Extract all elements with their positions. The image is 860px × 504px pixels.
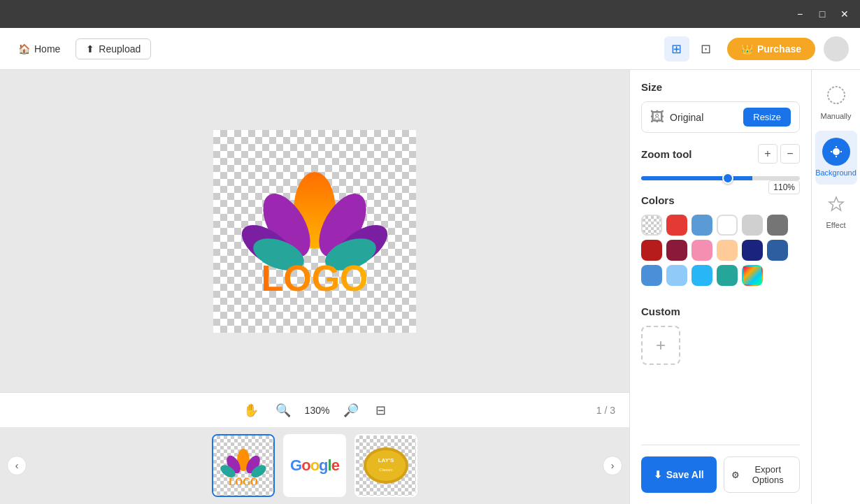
zoom-section-title: Zoom tool bbox=[641, 148, 691, 160]
avatar bbox=[824, 36, 849, 62]
reupload-label: Reupload bbox=[99, 43, 141, 55]
page-indicator: 1 / 3 bbox=[596, 405, 615, 416]
color-blue[interactable] bbox=[691, 215, 712, 236]
zoom-minus-button[interactable]: − bbox=[780, 144, 800, 164]
thumb-3-content: LAY'S Classic bbox=[356, 435, 416, 496]
minimize-button[interactable]: − bbox=[790, 4, 810, 24]
zoom-percentage: 130% bbox=[305, 405, 330, 416]
google-logo-text: Google bbox=[290, 456, 339, 475]
purchase-button[interactable]: 👑 Purchase bbox=[727, 38, 815, 60]
settings-icon: ⚙ bbox=[731, 470, 740, 480]
upload-icon: ⬆ bbox=[86, 43, 94, 55]
close-button[interactable]: ✕ bbox=[835, 4, 854, 24]
svg-text:LOGO: LOGO bbox=[261, 258, 368, 298]
effect-svg bbox=[826, 194, 846, 214]
apps-view-button[interactable]: ⊡ bbox=[694, 36, 719, 62]
thumb-next-button[interactable]: › bbox=[603, 456, 622, 475]
download-icon: ⬇ bbox=[654, 469, 662, 480]
image-icon: 🖼 bbox=[650, 109, 664, 125]
color-cyan[interactable] bbox=[691, 265, 712, 286]
zoom-controls: + − bbox=[758, 144, 800, 164]
zoom-header: Zoom tool + − bbox=[641, 144, 800, 164]
color-dark-rose[interactable] bbox=[666, 240, 687, 261]
topbar: 🏠 Home ⬆ Reupload ⊞ ⊡ 👑 Purchase bbox=[0, 28, 860, 70]
topbar-right: ⊞ ⊡ 👑 Purchase bbox=[664, 36, 849, 62]
fit-page-button[interactable]: ⊟ bbox=[373, 400, 389, 421]
export-options-button[interactable]: ⚙ Export Options bbox=[724, 456, 801, 493]
thumb-1-content: LOGO bbox=[213, 435, 273, 496]
purchase-label: Purchase bbox=[757, 43, 801, 55]
thumbnail-1[interactable]: LOGO bbox=[212, 434, 275, 497]
thumb-1-svg: LOGO bbox=[215, 438, 271, 494]
zoom-plus-button[interactable]: + bbox=[758, 144, 777, 164]
app-layout: 🏠 Home ⬆ Reupload ⊞ ⊡ 👑 Purchase bbox=[0, 28, 860, 504]
custom-section: Custom + bbox=[641, 305, 800, 365]
color-gray-dark[interactable] bbox=[767, 215, 788, 236]
svg-text:LOGO: LOGO bbox=[229, 477, 258, 487]
zoom-in-button[interactable]: 🔎 bbox=[341, 400, 361, 421]
colors-section: Colors bbox=[641, 194, 800, 294]
effect-label: Effect bbox=[826, 221, 846, 230]
color-pink[interactable] bbox=[691, 240, 712, 261]
color-peach[interactable] bbox=[717, 240, 738, 261]
resize-button[interactable]: Resize bbox=[743, 108, 791, 127]
grid-view-button[interactable]: ⊞ bbox=[664, 36, 689, 62]
manually-svg bbox=[826, 85, 846, 105]
size-original-label: Original bbox=[670, 112, 738, 123]
home-icon: 🏠 bbox=[18, 43, 30, 55]
canvas-area: LOGO ✋ 🔍 130% 🔎 ⊟ 1 / 3 ‹ bbox=[0, 70, 629, 504]
canvas-main: LOGO bbox=[0, 70, 629, 392]
color-navy[interactable] bbox=[742, 240, 763, 261]
save-all-label: Save All bbox=[666, 469, 704, 480]
background-icon bbox=[822, 138, 850, 166]
save-all-button[interactable]: ⬇ Save All bbox=[641, 456, 717, 493]
background-label: Background bbox=[815, 168, 857, 178]
background-tool[interactable]: Background bbox=[815, 131, 857, 185]
color-light-blue[interactable] bbox=[666, 265, 687, 286]
thumbnail-3[interactable]: LAY'S Classic bbox=[354, 434, 417, 497]
zoom-out-button[interactable]: 🔍 bbox=[273, 400, 294, 421]
hand-tool-button[interactable]: ✋ bbox=[241, 400, 261, 421]
topbar-left: 🏠 Home ⬆ Reupload bbox=[11, 38, 656, 59]
color-dark-blue[interactable] bbox=[767, 240, 788, 261]
zoom-slider-wrap: 110% bbox=[641, 171, 800, 183]
thumbnail-2[interactable]: Google bbox=[283, 434, 346, 497]
size-row: 🖼 Original Resize bbox=[641, 101, 800, 133]
color-white[interactable] bbox=[717, 215, 738, 236]
manually-label: Manually bbox=[820, 112, 851, 121]
color-transparent[interactable] bbox=[641, 215, 662, 236]
home-label: Home bbox=[34, 43, 60, 55]
maximize-button[interactable]: □ bbox=[812, 4, 832, 24]
thumb-3-svg: LAY'S Classic bbox=[358, 438, 414, 494]
panel-bottom: ⬇ Save All ⚙ Export Options bbox=[641, 445, 800, 493]
svg-point-19 bbox=[833, 148, 840, 155]
background-svg bbox=[829, 144, 844, 159]
manually-tool[interactable]: Manually bbox=[815, 78, 857, 128]
color-medium-blue[interactable] bbox=[641, 265, 662, 286]
svg-text:LAY'S: LAY'S bbox=[378, 457, 394, 463]
color-gradient[interactable] bbox=[742, 265, 763, 286]
color-dark-red[interactable] bbox=[641, 240, 662, 261]
color-teal[interactable] bbox=[717, 265, 738, 286]
logo-svg: LOGO bbox=[213, 130, 416, 333]
custom-color-add-button[interactable]: + bbox=[641, 326, 680, 365]
color-gray-light[interactable] bbox=[742, 215, 763, 236]
effect-icon bbox=[826, 194, 846, 218]
toolbar-center: ✋ 🔍 130% 🔎 ⊟ bbox=[241, 400, 389, 421]
bottom-toolbar: ✋ 🔍 130% 🔎 ⊟ 1 / 3 bbox=[0, 392, 629, 427]
content-area: LOGO ✋ 🔍 130% 🔎 ⊟ 1 / 3 ‹ bbox=[0, 70, 860, 504]
titlebar: − □ ✕ bbox=[0, 0, 860, 28]
manually-icon bbox=[826, 85, 846, 109]
svg-marker-24 bbox=[829, 197, 843, 210]
export-options-label: Export Options bbox=[744, 464, 793, 485]
reupload-button[interactable]: ⬆ Reupload bbox=[76, 38, 151, 59]
effect-tool[interactable]: Effect bbox=[815, 187, 857, 237]
custom-section-title: Custom bbox=[641, 305, 800, 317]
svg-point-18 bbox=[828, 87, 845, 103]
home-button[interactable]: 🏠 Home bbox=[11, 39, 67, 59]
svg-point-15 bbox=[366, 450, 406, 481]
color-red[interactable] bbox=[666, 215, 687, 236]
thumb-prev-button[interactable]: ‹ bbox=[7, 456, 27, 475]
crown-icon: 👑 bbox=[741, 43, 753, 55]
color-grid bbox=[641, 215, 800, 286]
